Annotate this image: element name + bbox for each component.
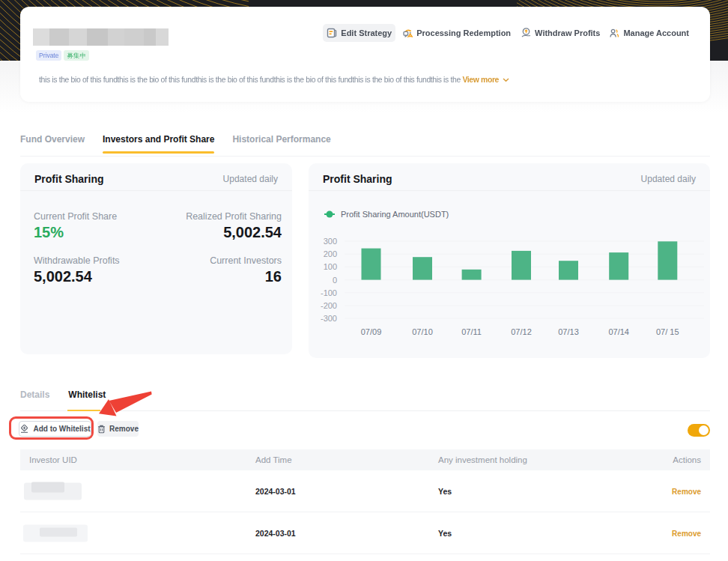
svg-text:07/11: 07/11	[461, 327, 482, 336]
svg-text:07/14: 07/14	[608, 327, 629, 336]
svg-text:-100: -100	[321, 288, 337, 297]
svg-text:-200: -200	[321, 301, 337, 310]
svg-text:07/12: 07/12	[511, 327, 532, 336]
svg-text:300: 300	[324, 237, 337, 246]
svg-text:07/09: 07/09	[361, 327, 382, 336]
svg-text:100: 100	[324, 262, 337, 271]
svg-text:0: 0	[333, 276, 337, 285]
svg-text:200: 200	[324, 249, 337, 258]
svg-text:-300: -300	[321, 314, 337, 323]
svg-text:07/10: 07/10	[412, 327, 433, 336]
svg-text:Profit Sharing Amount(USDT): Profit Sharing Amount(USDT)	[341, 210, 449, 219]
svg-text:07/ 15: 07/ 15	[656, 327, 679, 336]
svg-text:07/13: 07/13	[558, 327, 579, 336]
